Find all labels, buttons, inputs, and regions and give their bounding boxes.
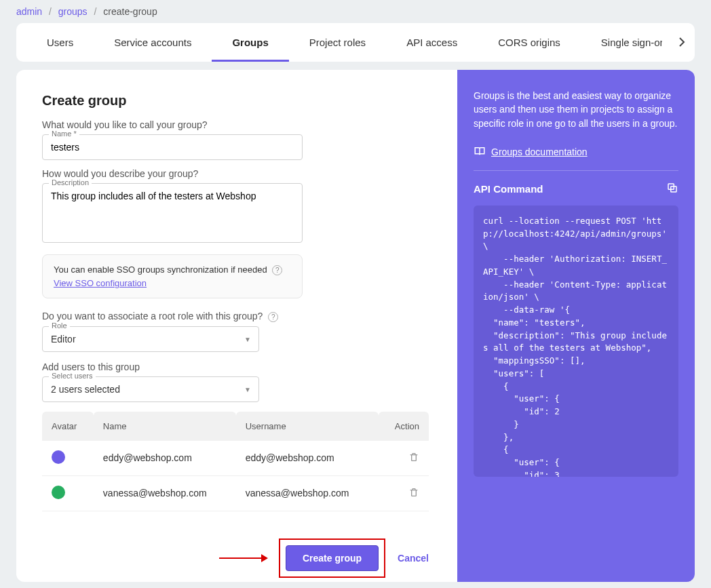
help-icon[interactable]: ? xyxy=(272,265,282,275)
name-question: What would you like to call your group? xyxy=(42,119,431,130)
sso-config-link[interactable]: View SSO configuration xyxy=(54,278,147,288)
help-icon[interactable]: ? xyxy=(268,312,278,322)
table-row: eddy@webshop.comeddy@webshop.com xyxy=(42,441,429,476)
desc-float-label: Description xyxy=(49,178,92,187)
users-question: Add users to this group xyxy=(42,361,431,372)
tab-api-access[interactable]: API access xyxy=(386,23,478,62)
name-float-label: Name * xyxy=(49,130,79,138)
cell-username: vanessa@webshop.com xyxy=(236,475,379,511)
nav-tabs: Users Service accounts Groups Project ro… xyxy=(16,23,695,62)
api-command-title: API Command xyxy=(474,183,543,195)
trash-icon[interactable] xyxy=(408,489,419,500)
page-title: Create group xyxy=(42,93,431,109)
avatar xyxy=(52,450,65,464)
crumb-current: create-group xyxy=(103,6,157,17)
name-input[interactable] xyxy=(42,134,303,160)
desc-question: How would you describe your group? xyxy=(42,168,431,179)
side-intro: Groups is the best and easiest way to or… xyxy=(474,89,678,130)
side-panel: Groups is the best and easiest way to or… xyxy=(457,70,695,582)
annotation-arrow-icon xyxy=(219,557,267,559)
col-username: Username xyxy=(236,412,379,441)
sso-note-text: You can enable SSO groups synchronizatio… xyxy=(54,264,267,275)
cell-username: eddy@webshop.com xyxy=(236,441,379,476)
tab-groups[interactable]: Groups xyxy=(212,23,288,62)
form-panel: Create group What would you like to call… xyxy=(16,70,457,582)
col-avatar: Avatar xyxy=(42,412,94,441)
docs-link[interactable]: Groups documentation xyxy=(491,146,588,157)
create-group-button[interactable]: Create group xyxy=(286,545,379,571)
cancel-link[interactable]: Cancel xyxy=(398,553,429,564)
tab-single-sign-on[interactable]: Single sign-on xyxy=(581,23,662,62)
col-action: Action xyxy=(379,412,429,441)
col-name: Name xyxy=(94,412,236,441)
table-row: vanessa@webshop.comvanessa@webshop.com xyxy=(42,475,429,511)
users-select[interactable]: 2 users selected xyxy=(42,376,259,402)
sso-callout: You can enable SSO groups synchronizatio… xyxy=(42,254,303,298)
tab-users[interactable]: Users xyxy=(26,23,94,62)
annotation-highlight: Create group xyxy=(279,538,385,578)
trash-icon[interactable] xyxy=(408,454,419,465)
tab-project-roles[interactable]: Project roles xyxy=(289,23,386,62)
users-float-label: Select users xyxy=(49,372,96,380)
breadcrumb: admin / groups / create-group xyxy=(0,0,711,23)
tab-service-accounts[interactable]: Service accounts xyxy=(94,23,212,62)
book-icon xyxy=(474,145,486,159)
role-select[interactable]: Editor xyxy=(42,326,259,352)
users-table: Avatar Name Username Action eddy@webshop… xyxy=(42,412,429,511)
divider xyxy=(474,170,678,171)
api-code-block[interactable]: curl --location --request POST 'http://l… xyxy=(474,205,678,477)
description-input[interactable] xyxy=(42,183,303,243)
role-float-label: Role xyxy=(49,321,70,330)
chevron-right-icon[interactable] xyxy=(678,37,685,50)
copy-icon[interactable] xyxy=(666,182,678,196)
crumb-groups[interactable]: groups xyxy=(58,6,88,17)
role-question: Do you want to associate a root role wit… xyxy=(42,311,431,322)
avatar xyxy=(52,486,65,499)
cell-name: vanessa@webshop.com xyxy=(94,475,236,511)
cell-name: eddy@webshop.com xyxy=(94,441,236,476)
crumb-admin[interactable]: admin xyxy=(16,6,42,17)
tab-cors-origins[interactable]: CORS origins xyxy=(478,23,581,62)
